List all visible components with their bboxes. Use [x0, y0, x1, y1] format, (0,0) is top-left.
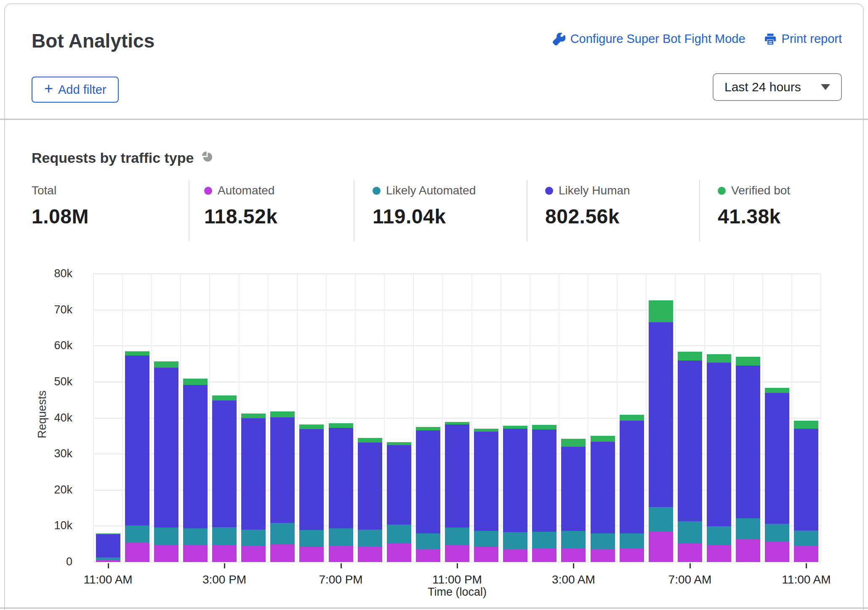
- gridline-vertical: [180, 274, 181, 562]
- add-filter-button[interactable]: + Add filter: [32, 77, 119, 103]
- segment-likely_automated: [212, 527, 237, 545]
- stat-likely-human-label: Likely Human: [559, 184, 630, 197]
- page-title: Bot Analytics: [32, 29, 154, 52]
- x-tick-label: 11:00 AM: [83, 573, 132, 586]
- segment-likely_automated: [329, 528, 353, 546]
- bar-1100am: [794, 421, 818, 562]
- segment-verified_bot: [358, 438, 382, 442]
- x-tick-label: 7:00 PM: [319, 573, 362, 586]
- gridline-vertical: [646, 274, 647, 562]
- stat-divider: [527, 180, 527, 241]
- segment-likely_human: [416, 430, 440, 533]
- stat-divider: [189, 180, 189, 241]
- segment-verified_bot: [416, 427, 440, 430]
- configure-super-bot-fight-mode-link[interactable]: Configure Super Bot Fight Mode: [553, 32, 746, 46]
- gridline-vertical: [93, 274, 94, 562]
- segment-likely_human: [125, 355, 149, 525]
- stat-verified-bot: Verified bot 41.38k: [718, 184, 790, 228]
- y-tick-label: 0: [22, 555, 72, 568]
- segment-automated: [387, 543, 411, 562]
- x-tick-label: 11:00 AM: [782, 573, 831, 586]
- section-title: Requests by traffic type: [32, 150, 194, 166]
- segment-automated: [794, 546, 818, 562]
- segment-likely_automated: [125, 525, 149, 543]
- x-tick-label: 3:00 PM: [202, 573, 246, 586]
- segment-automated: [678, 543, 702, 562]
- stat-likely-human: Likely Human 802.56k: [545, 184, 630, 228]
- segment-automated: [649, 532, 673, 562]
- segment-verified_bot: [503, 426, 527, 429]
- stat-likely-automated-label: Likely Automated: [386, 184, 476, 197]
- segment-automated: [561, 548, 586, 562]
- gridline-vertical: [326, 274, 327, 562]
- segment-automated: [329, 546, 353, 562]
- stat-automated-label: Automated: [218, 184, 274, 197]
- segment-likely_human: [591, 442, 615, 533]
- segment-automated: [416, 549, 440, 562]
- segment-likely_automated: [591, 533, 615, 549]
- segment-likely_automated: [445, 528, 469, 545]
- add-filter-label: Add filter: [58, 83, 106, 97]
- y-tick-label: 40k: [22, 411, 72, 424]
- header-divider: [0, 119, 868, 120]
- gridline-vertical: [617, 274, 618, 562]
- automated-legend-dot: [204, 187, 212, 195]
- segment-likely_automated: [358, 530, 382, 546]
- chevron-down-icon: [821, 84, 830, 90]
- print-link-label: Print report: [782, 32, 842, 46]
- segment-automated: [183, 545, 208, 562]
- segment-likely_human: [532, 430, 556, 532]
- gridline-horizontal: [93, 273, 821, 274]
- gridline-vertical: [733, 274, 734, 562]
- verified-bot-legend-dot: [718, 187, 726, 195]
- gridline-vertical: [122, 274, 123, 562]
- gridline-horizontal: [93, 345, 821, 346]
- segment-likely_human: [503, 429, 527, 532]
- segment-automated: [125, 543, 149, 562]
- segment-likely_automated: [678, 521, 702, 543]
- segment-verified_bot: [678, 352, 702, 361]
- segment-automated: [620, 548, 644, 562]
- stat-divider: [699, 180, 700, 241]
- y-tick-label: 10k: [22, 519, 72, 532]
- y-tick-label: 80k: [22, 267, 72, 280]
- stat-total: Total 1.08M: [32, 184, 89, 228]
- bar-700am: [678, 352, 702, 562]
- x-tick: [108, 563, 109, 568]
- x-tick: [341, 563, 342, 568]
- segment-automated: [532, 548, 556, 562]
- y-tick-label: 20k: [22, 483, 72, 496]
- gridline-vertical: [209, 274, 210, 562]
- segment-likely_human: [241, 418, 266, 530]
- bar-400am: [591, 436, 615, 562]
- print-report-link[interactable]: Print report: [764, 32, 842, 46]
- x-axis-title: Time (local): [428, 586, 487, 599]
- segment-verified_bot: [532, 425, 556, 430]
- bar-400pm: [241, 414, 266, 562]
- segment-automated: [736, 539, 760, 562]
- gridline-vertical: [820, 274, 821, 562]
- segment-likely_human: [794, 429, 818, 530]
- bar-300am: [561, 439, 586, 562]
- time-range-select[interactable]: Last 24 hours: [713, 73, 842, 101]
- gridline-vertical: [762, 274, 763, 562]
- stat-total-value: 1.08M: [32, 205, 89, 228]
- gridline-vertical: [704, 274, 705, 562]
- bar-700pm: [329, 423, 353, 562]
- gridline-vertical: [588, 274, 588, 562]
- segment-likely_automated: [387, 525, 411, 544]
- segment-likely_automated: [503, 532, 527, 549]
- x-tick-label: 3:00 AM: [552, 573, 595, 586]
- stat-verified-bot-label: Verified bot: [731, 184, 790, 197]
- segment-likely_human: [736, 366, 760, 518]
- y-tick-label: 60k: [22, 339, 72, 352]
- plus-icon: +: [44, 81, 53, 96]
- stat-divider: [354, 180, 354, 241]
- segment-likely_automated: [299, 530, 324, 547]
- segment-likely_automated: [154, 528, 178, 545]
- segment-verified_bot: [620, 415, 644, 421]
- segment-verified_bot: [270, 411, 295, 417]
- gridline-vertical: [151, 274, 152, 562]
- gridline-vertical: [791, 274, 792, 562]
- segment-likely_automated: [532, 532, 556, 548]
